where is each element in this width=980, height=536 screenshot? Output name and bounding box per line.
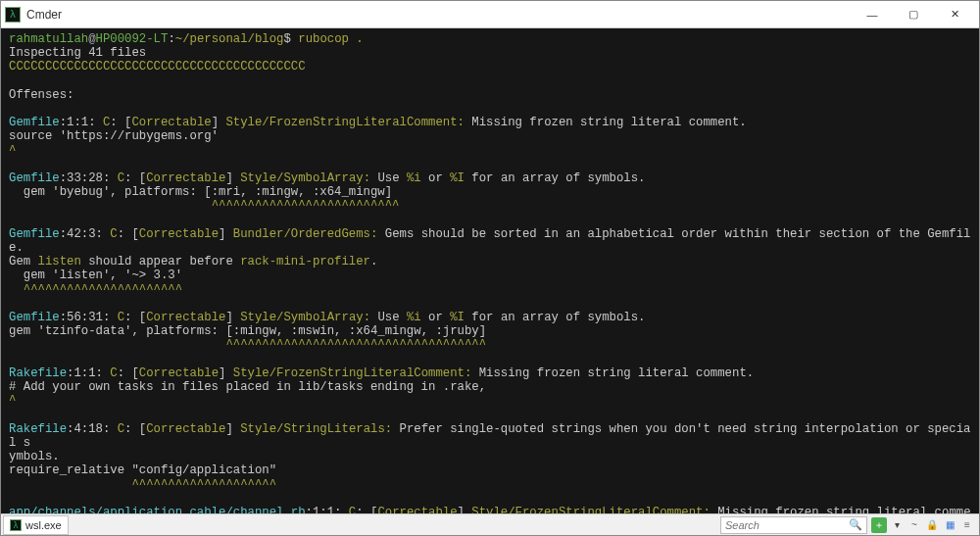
- dropdown-icon[interactable]: ▾: [889, 517, 905, 533]
- panes-icon[interactable]: ▦: [942, 517, 957, 533]
- progress-line: CCCCCCCCCCCCCCCCCCCCCCCCCCCCCCCCCCCCCCCC…: [9, 60, 306, 73]
- terminal-output[interactable]: rahmatullah@HP00092-LT:~/personal/blog$ …: [1, 28, 979, 513]
- titlebar[interactable]: λ Cmder — ▢ ✕: [1, 1, 979, 28]
- lambda-icon: λ: [10, 519, 22, 531]
- offense-cop: Style/FrozenStringLiteralComment:: [225, 116, 465, 129]
- tilde-icon[interactable]: ~: [906, 517, 922, 533]
- menu-icon[interactable]: ≡: [959, 517, 975, 533]
- window-title: Cmder: [26, 8, 852, 22]
- prompt-at: @: [88, 32, 95, 46]
- prompt-host: HP00092-LT: [96, 32, 169, 46]
- new-tab-button[interactable]: ＋: [871, 517, 887, 533]
- offense-file: Gemfile: [9, 227, 60, 241]
- offense-file: app/channels/application_cable/channel.r…: [9, 506, 306, 513]
- minimize-button[interactable]: —: [852, 2, 893, 27]
- offenses-header: Offenses:: [9, 88, 74, 102]
- prompt-user: rahmatullah: [9, 32, 88, 46]
- window-controls: — ▢ ✕: [852, 2, 975, 27]
- offense-correctable: Correctable: [131, 116, 211, 129]
- offense-src: source 'https://rubygems.org': [9, 129, 219, 143]
- tab-label: wsl.exe: [25, 519, 62, 531]
- statusbar: λ wsl.exe 🔍 ＋ ▾ ~ 🔒 ▦ ≡: [1, 513, 979, 535]
- status-icons: ＋ ▾ ~ 🔒 ▦ ≡: [871, 517, 975, 533]
- maximize-button[interactable]: ▢: [893, 2, 934, 27]
- prompt-command: rubocop .: [298, 32, 363, 46]
- offense-file: Rakefile: [9, 422, 67, 436]
- offense-file: Gemfile: [9, 171, 60, 185]
- offense-file: Rakefile: [9, 366, 67, 380]
- close-button[interactable]: ✕: [934, 2, 975, 27]
- search-icon[interactable]: 🔍: [849, 518, 862, 531]
- offense-caret: ^: [9, 144, 16, 158]
- inspecting-line: Inspecting 41 files: [9, 46, 146, 60]
- offense-file: Gemfile: [9, 311, 60, 324]
- app-icon: λ: [5, 7, 21, 23]
- app-window: λ Cmder — ▢ ✕ rahmatullah@HP00092-LT:~/p…: [0, 0, 980, 536]
- console-tab[interactable]: λ wsl.exe: [3, 515, 69, 535]
- offense-msg: Missing frozen string literal comment.: [465, 116, 747, 129]
- offense-file: Gemfile: [9, 116, 60, 129]
- prompt-colon: :: [168, 32, 174, 46]
- search-box[interactable]: 🔍: [720, 516, 867, 534]
- prompt-dollar: $: [283, 32, 290, 46]
- lock-icon[interactable]: 🔒: [924, 517, 940, 533]
- prompt-path: ~/personal/blog: [175, 32, 284, 46]
- search-input[interactable]: [725, 519, 849, 531]
- offense-loc: :1:1:: [60, 116, 103, 129]
